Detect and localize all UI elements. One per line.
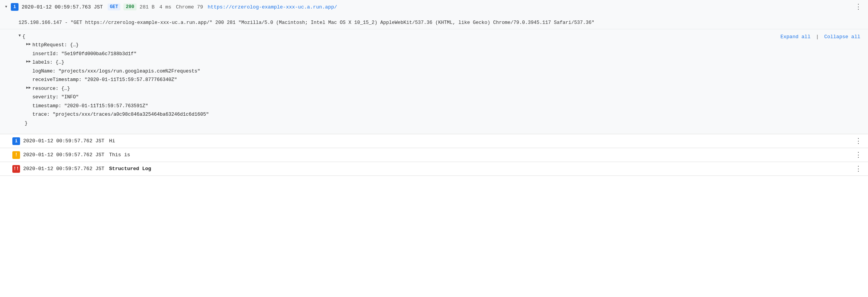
collapse-all-link[interactable]: Collapse all <box>824 34 860 40</box>
json-line-resource[interactable]: ▶ resource: {…} <box>19 84 849 93</box>
json-line-open: ▼ { <box>19 32 849 41</box>
timestamp: 2020-01-12 00:59:57.763 JST <box>22 4 103 10</box>
severity-icon-error-child2: !! <box>12 165 20 173</box>
severity-icon-info: i <box>11 3 19 11</box>
child-row-header-2: 2020-01-12 00:59:57.762 JST Structured L… <box>23 166 852 172</box>
child-timestamp-2: 2020-01-12 00:59:57.762 JST <box>23 166 105 172</box>
child-message-0: Hi <box>109 138 115 144</box>
log-viewer: i 2020-01-12 00:59:57.763 JST GET 200 28… <box>0 0 868 176</box>
url-text: https://crzerolog-example-xxx-uc.a.run.a… <box>208 4 337 10</box>
child-message-1: This is <box>109 152 130 158</box>
expand-all-link[interactable]: Expand all <box>780 34 811 40</box>
child-timestamp-1: 2020-01-12 00:59:57.762 JST <box>23 152 105 158</box>
size-meta: 281 B <box>140 4 155 10</box>
json-line-trace: trace: "projects/xxx/traces/a0c98c846a32… <box>19 110 849 119</box>
row-header: 2020-01-12 00:59:57.763 JST GET 200 281 … <box>22 3 852 10</box>
main-log-row[interactable]: i 2020-01-12 00:59:57.763 JST GET 200 28… <box>0 0 868 14</box>
child-more-menu-0[interactable]: ⋮ <box>852 136 865 146</box>
json-line-close: } <box>19 119 849 128</box>
child-log-row-0[interactable]: i 2020-01-12 00:59:57.762 JST Hi ⋮ <box>0 134 868 148</box>
json-line-httprequest[interactable]: ▶ httpRequest: {…} <box>19 41 849 50</box>
child-row-header-0: 2020-01-12 00:59:57.762 JST Hi <box>23 138 852 144</box>
severity-icon-warning-child1: ! <box>12 151 20 159</box>
json-resource-expand[interactable]: ▶ <box>26 84 31 91</box>
divider: | <box>816 34 819 40</box>
child-log-row-1[interactable]: ! 2020-01-12 00:59:57.762 JST This is ⋮ <box>0 148 868 162</box>
more-menu-button[interactable]: ⋮ <box>852 2 865 12</box>
severity-icon-info-child0: i <box>12 137 20 145</box>
json-httprequest-expand[interactable]: ▶ <box>26 41 31 48</box>
child-timestamp-0: 2020-01-12 00:59:57.762 JST <box>23 138 105 144</box>
json-line-labels[interactable]: ▶ labels: {…} <box>19 58 849 67</box>
json-line-logname: logName: "projects/xxx/logs/run.googleap… <box>19 67 849 76</box>
json-line-receivetimestamp: receiveTimestamp: "2020-01-11T15:59:57.8… <box>19 76 849 84</box>
status-badge: 200 <box>123 3 137 10</box>
browser-meta: Chrome 79 <box>176 4 203 10</box>
method-badge: GET <box>108 3 121 10</box>
expand-collapse-links: Expand all | Collapse all <box>780 32 860 41</box>
child-more-menu-2[interactable]: ⋮ <box>852 164 865 174</box>
detail-area: 125.198.166.147 - "GET https://crzerolog… <box>0 14 868 134</box>
json-line-timestamp: timestamp: "2020-01-11T15:59:57.763591Z" <box>19 102 849 111</box>
child-row-header-1: 2020-01-12 00:59:57.762 JST This is <box>23 152 852 158</box>
json-root-expand[interactable]: ▼ <box>19 32 21 39</box>
json-line-insertid: insertId: "5e19f0fd000ba6c7188b3d1f" <box>19 50 849 59</box>
json-line-severity: severity: "INFO" <box>19 93 849 102</box>
child-message-2: Structured Log <box>109 166 151 172</box>
json-tree: Expand all | Collapse all ▼ { ▶ httpRequ… <box>0 29 868 131</box>
expand-arrow[interactable] <box>3 4 9 10</box>
child-log-row-2[interactable]: !! 2020-01-12 00:59:57.762 JST Structure… <box>0 162 868 176</box>
latency-meta: 4 ms <box>159 4 171 10</box>
raw-log-line: 125.198.166.147 - "GET https://crzerolog… <box>0 17 868 29</box>
child-more-menu-1[interactable]: ⋮ <box>852 150 865 160</box>
json-labels-expand[interactable]: ▶ <box>26 58 31 65</box>
